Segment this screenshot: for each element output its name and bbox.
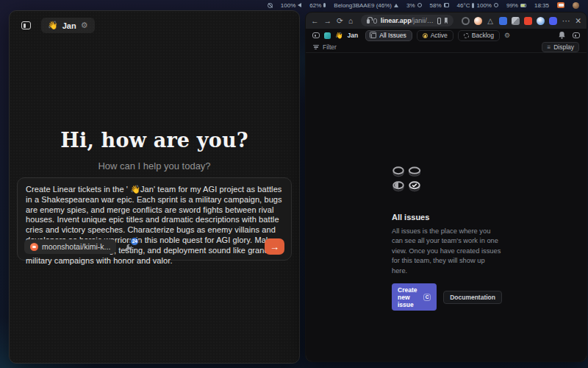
lock-icon[interactable] bbox=[367, 19, 370, 24]
memory-icon bbox=[444, 3, 449, 7]
filter-button[interactable]: Filter bbox=[323, 43, 337, 51]
back-icon[interactable]: ← bbox=[311, 17, 319, 25]
view-settings-gear-icon[interactable]: ⚙ bbox=[504, 32, 510, 39]
browser-toolbar: ← → ⟳ ⌂ linear.app/janii/team/JANAPP/all… bbox=[306, 13, 587, 29]
extension-ring-icon[interactable] bbox=[462, 17, 470, 25]
app-tray-icon bbox=[573, 2, 579, 9]
linear-sidebar-toggle-icon[interactable] bbox=[312, 32, 320, 38]
chat-composer[interactable]: Create Linear tickets in the ' 👋Jan' tea… bbox=[17, 177, 292, 261]
model-provider-icon bbox=[30, 243, 38, 251]
close-window-icon[interactable]: ✕ bbox=[575, 17, 581, 25]
done-coin-icon bbox=[408, 180, 421, 192]
do-not-disturb-icon bbox=[268, 3, 273, 8]
status-cpu: 3% bbox=[406, 2, 422, 9]
create-new-issue-button[interactable]: Create new issue C bbox=[392, 283, 437, 311]
status-app bbox=[573, 2, 579, 9]
desktop-status-bar: 100% 62% Belong3BAAE9 (46%) 3% 58% 46°C1… bbox=[0, 0, 588, 10]
oval-coin-icon bbox=[408, 166, 421, 177]
in-progress-coin-icon bbox=[392, 180, 405, 192]
extension-sphere-icon[interactable] bbox=[474, 17, 482, 25]
status-coins-illustration bbox=[392, 166, 502, 192]
shortcut-key-badge: C bbox=[423, 294, 431, 301]
extension-cloud-icon[interactable]: △ bbox=[487, 17, 495, 25]
address-bar[interactable]: linear.app/janii/team/JANAPP/all bbox=[361, 15, 453, 26]
empty-state-actions: Create new issue C Documentation bbox=[392, 283, 502, 311]
bookmark-icon[interactable] bbox=[445, 18, 448, 24]
extension-red-icon[interactable] bbox=[524, 17, 532, 25]
microphone-icon bbox=[323, 3, 326, 7]
tools-button[interactable]: 24 bbox=[123, 241, 135, 252]
tab-backlog[interactable]: Backlog bbox=[458, 30, 500, 41]
active-status-icon bbox=[423, 33, 428, 38]
filter-bar: Filter ≡ Display bbox=[306, 42, 587, 53]
reader-mode-icon[interactable] bbox=[437, 18, 441, 24]
backlog-status-icon bbox=[464, 33, 469, 38]
status-mail bbox=[557, 2, 564, 8]
notifications-bell-icon[interactable] bbox=[559, 32, 565, 39]
greeting-block: Hi, how are you? How can I help you toda… bbox=[10, 129, 299, 171]
reload-icon[interactable]: ⟳ bbox=[337, 17, 343, 25]
linear-app: 👋 Jan All Issues Active Backlog ⚙ bbox=[306, 29, 587, 361]
send-arrow-icon: → bbox=[270, 241, 279, 252]
home-icon[interactable]: ⌂ bbox=[348, 17, 353, 25]
filter-icon bbox=[313, 45, 319, 50]
more-menu-icon[interactable]: ⋯ bbox=[562, 17, 570, 25]
greeting-title: Hi, how are you? bbox=[10, 129, 299, 152]
workspace-badge[interactable] bbox=[324, 32, 331, 39]
empty-state-title: All issues bbox=[392, 213, 502, 222]
right-panel-toggle-icon[interactable] bbox=[573, 32, 580, 38]
composer-toolbar: moonshotai/kimi-k... 24 → bbox=[24, 238, 284, 255]
tab-backlog-label: Backlog bbox=[472, 32, 494, 39]
url-path: /janii/team/JANAPP/all bbox=[412, 17, 434, 24]
status-memory: 58% bbox=[430, 2, 449, 9]
send-button[interactable]: → bbox=[265, 238, 284, 255]
create-new-issue-label: Create new issue bbox=[398, 286, 420, 308]
extension-globe-icon[interactable] bbox=[537, 17, 545, 25]
status-microphone: 62% bbox=[309, 2, 326, 9]
tab-all-issues-label: All Issues bbox=[379, 32, 406, 39]
status-temperature: 46°C100% bbox=[457, 2, 498, 9]
tools-count-badge: 24 bbox=[130, 237, 139, 246]
empty-state-description: All issues is the place where you can se… bbox=[392, 227, 502, 276]
mail-icon bbox=[557, 2, 564, 8]
extension-ghost-icon[interactable] bbox=[549, 17, 557, 25]
all-issues-empty-state: All issues All issues is the place where… bbox=[392, 166, 502, 311]
linear-header-right bbox=[559, 32, 580, 39]
tab-active-label: Active bbox=[431, 32, 448, 39]
wifi-icon bbox=[394, 4, 398, 7]
thread-title-pill[interactable]: 👋 Jan ⚙ bbox=[41, 18, 95, 33]
battery-icon bbox=[520, 4, 526, 7]
all-issues-icon bbox=[371, 33, 376, 38]
display-button[interactable]: ≡ Display bbox=[542, 42, 579, 52]
thread-title: Jan bbox=[62, 21, 76, 30]
sidebar-toggle-icon[interactable] bbox=[21, 21, 31, 29]
tab-all-issues[interactable]: All Issues bbox=[365, 30, 412, 41]
site-settings-icon[interactable] bbox=[373, 18, 377, 24]
model-selector[interactable]: moonshotai/kimi-k... bbox=[24, 239, 116, 254]
todo-coin-icon bbox=[392, 166, 405, 177]
display-sliders-icon: ≡ bbox=[547, 44, 551, 51]
status-do-not-disturb bbox=[268, 3, 273, 8]
documentation-button[interactable]: Documentation bbox=[443, 291, 502, 304]
browser-window: ← → ⟳ ⌂ linear.app/janii/team/JANAPP/all… bbox=[305, 12, 587, 362]
team-name: Jan bbox=[348, 32, 359, 39]
tab-active[interactable]: Active bbox=[417, 30, 453, 41]
thread-settings-gear-icon[interactable]: ⚙ bbox=[81, 21, 88, 29]
status-battery: 99% bbox=[506, 2, 526, 9]
linear-header: 👋 Jan All Issues Active Backlog ⚙ bbox=[306, 29, 587, 40]
status-clock: 18:35 bbox=[534, 2, 549, 9]
extension-photo-icon[interactable] bbox=[512, 17, 520, 25]
greeting-subtitle: How can I help you today? bbox=[10, 160, 299, 171]
volume-icon bbox=[298, 3, 301, 7]
cpu-icon bbox=[417, 3, 422, 7]
model-name: moonshotai/kimi-k... bbox=[42, 242, 110, 251]
extension-puzzle-icon[interactable] bbox=[499, 17, 507, 25]
thermometer-icon bbox=[472, 3, 474, 8]
forward-icon[interactable]: → bbox=[324, 17, 332, 25]
wave-emoji: 👋 bbox=[48, 21, 58, 30]
url-text[interactable]: linear.app/janii/team/JANAPP/all bbox=[381, 17, 434, 24]
status-network: Belong3BAAE9 (46%) bbox=[334, 2, 398, 9]
extensions-row: △ bbox=[462, 17, 557, 25]
fan-icon bbox=[494, 3, 498, 7]
team-emoji: 👋 bbox=[335, 32, 343, 39]
